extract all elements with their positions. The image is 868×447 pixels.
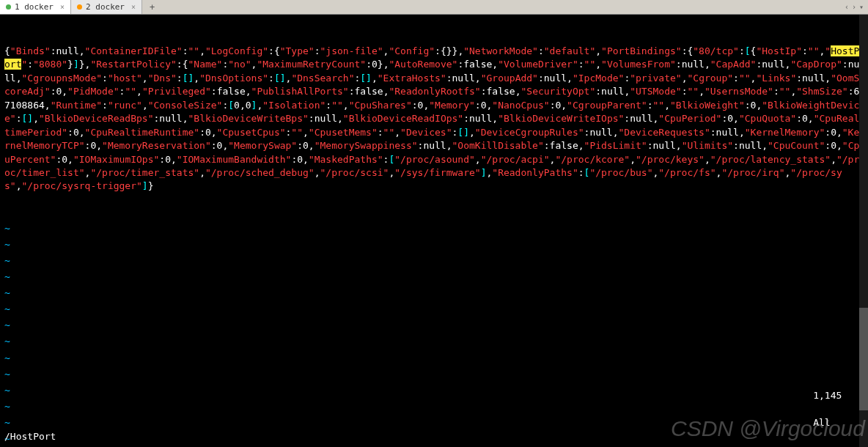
tab-label: 2 docker (86, 2, 125, 12)
tab-1-docker[interactable]: 1 docker × (0, 0, 71, 14)
tab-label: 1 docker (15, 2, 54, 12)
tab-bar: 1 docker × 2 docker × + ‹ › ▾ (0, 0, 868, 15)
add-tab-button[interactable]: + (142, 0, 162, 14)
scrollbar[interactable] (859, 15, 868, 447)
close-icon[interactable]: × (60, 3, 65, 11)
tab-2-docker[interactable]: 2 docker × (71, 0, 142, 14)
vim-command-line[interactable]: /HostPort (4, 430, 56, 443)
cursor-position: 1,145 (813, 390, 842, 401)
nav-down-icon[interactable]: ▾ (859, 3, 864, 11)
nav-left-icon[interactable]: ‹ (845, 3, 849, 11)
nav-right-icon[interactable]: › (852, 3, 856, 11)
status-dot-icon (6, 4, 11, 10)
scroll-position: All (813, 417, 830, 428)
terminal-viewport[interactable]: {"Binds":null,"ContainerIDFile":"","LogC… (0, 15, 868, 447)
tab-nav: ‹ › ▾ (845, 0, 868, 14)
vim-empty-lines: ~~~~~~~~~~~~~~ (4, 221, 864, 447)
close-icon[interactable]: × (131, 3, 136, 11)
vim-status-right: 1,145 All (790, 376, 853, 443)
json-output: {"Binds":null,"ContainerIDFile":"","LogC… (4, 45, 864, 193)
scroll-thumb[interactable] (859, 308, 868, 410)
status-dot-icon (77, 4, 82, 10)
